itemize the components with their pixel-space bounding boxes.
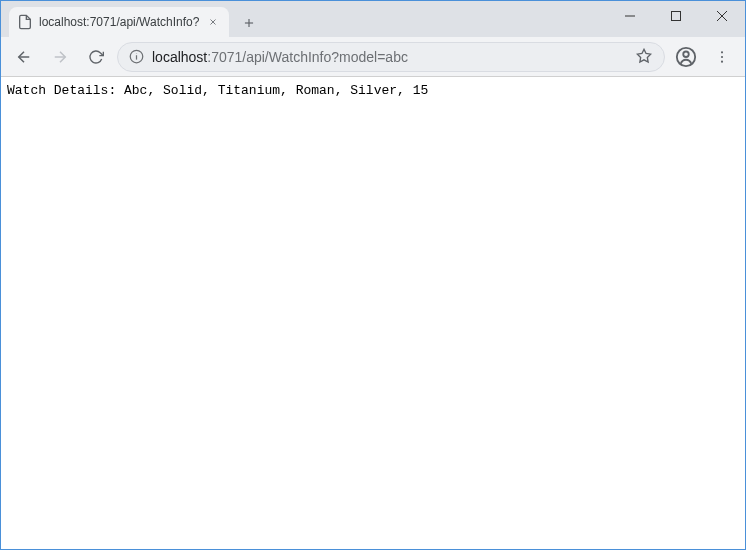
- tab-strip: localhost:7071/api/WatchInfo?m: [1, 1, 263, 37]
- address-bar[interactable]: localhost:7071/api/WatchInfo?model=abc: [117, 42, 665, 72]
- reload-button[interactable]: [81, 42, 111, 72]
- svg-marker-13: [637, 49, 650, 62]
- url-path: :7071/api/WatchInfo?model=abc: [207, 49, 408, 65]
- svg-point-18: [721, 60, 723, 62]
- tab-title: localhost:7071/api/WatchInfo?m: [39, 15, 199, 29]
- profile-button[interactable]: [671, 42, 701, 72]
- menu-button[interactable]: [707, 42, 737, 72]
- minimize-button[interactable]: [607, 1, 653, 31]
- svg-point-15: [683, 51, 689, 57]
- svg-point-17: [721, 55, 723, 57]
- svg-point-16: [721, 51, 723, 53]
- site-info-icon[interactable]: [128, 49, 144, 65]
- browser-tab[interactable]: localhost:7071/api/WatchInfo?m: [9, 7, 229, 37]
- window-controls: [607, 1, 745, 31]
- close-tab-icon[interactable]: [205, 14, 221, 30]
- close-window-button[interactable]: [699, 1, 745, 31]
- back-button[interactable]: [9, 42, 39, 72]
- bookmark-star-icon[interactable]: [636, 48, 654, 66]
- new-tab-button[interactable]: [235, 9, 263, 37]
- url-text: localhost:7071/api/WatchInfo?model=abc: [152, 49, 628, 65]
- browser-toolbar: localhost:7071/api/WatchInfo?model=abc: [1, 37, 745, 77]
- page-body-text: Watch Details: Abc, Solid, Titanium, Rom…: [1, 77, 745, 104]
- maximize-button[interactable]: [653, 1, 699, 31]
- forward-button[interactable]: [45, 42, 75, 72]
- svg-rect-5: [672, 12, 681, 21]
- url-host: localhost: [152, 49, 207, 65]
- file-icon: [17, 14, 33, 30]
- window-titlebar: localhost:7071/api/WatchInfo?m: [1, 1, 745, 37]
